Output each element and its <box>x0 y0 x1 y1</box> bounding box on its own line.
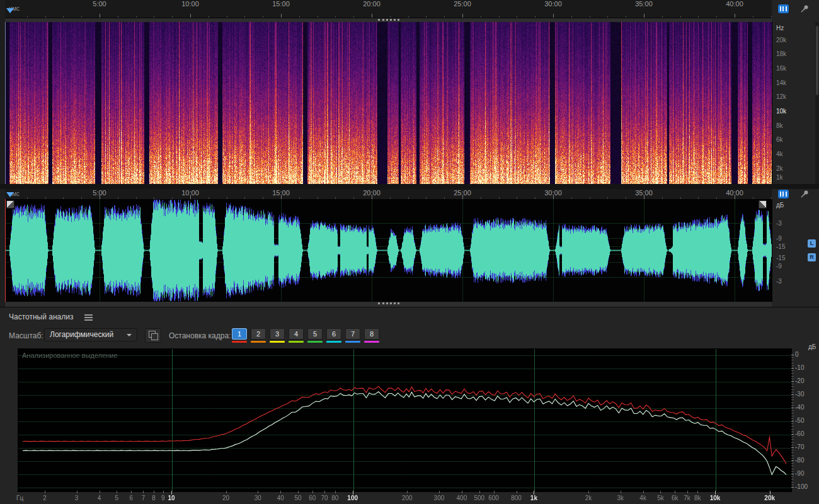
ruler-tick <box>753 16 753 18</box>
freq-scale-label: 6k <box>776 136 783 143</box>
ruler-tick <box>190 14 191 18</box>
spectral-timeline-ruler[interactable]: чмс 5:0010:0015:0020:0025:0030:0035:0040… <box>5 0 772 18</box>
freq-tick-label: 1k <box>530 495 537 501</box>
waveform-timeline-ruler[interactable]: чмс 5:0010:0015:0020:0025:0030:0035:0040… <box>5 189 772 200</box>
db-tick-label: -40 <box>795 404 804 411</box>
freq-scale-label: 1k <box>776 174 783 181</box>
freq-scale-label: 4k <box>776 151 783 158</box>
db-tick-label: -90 <box>795 470 804 477</box>
freq-tick <box>100 491 100 493</box>
frame-color-swatch <box>326 341 341 343</box>
snapshot-button[interactable] <box>145 328 161 343</box>
frame-hold-number: 4 <box>289 328 304 340</box>
fade-out-handle[interactable] <box>759 200 767 209</box>
pin-icon[interactable] <box>799 189 810 199</box>
ruler-tick <box>244 16 245 18</box>
frequency-scale-unit: Hz <box>776 25 784 32</box>
left-channel-button[interactable]: L <box>808 239 816 248</box>
analyzed-selection-label: Анализированное выделение <box>22 352 118 359</box>
db-axis-unit: дБ <box>808 343 816 350</box>
db-tick-label: -10 <box>795 364 804 371</box>
waveform-canvas[interactable] <box>5 199 772 302</box>
pin-icon[interactable] <box>799 4 810 14</box>
freq-scale-label: 2k <box>776 165 783 172</box>
freq-tick <box>131 491 132 493</box>
db-scale-label: -3 <box>776 220 782 227</box>
freq-tick <box>226 491 227 493</box>
panel-title: Частотный анализ <box>9 312 73 321</box>
freq-scale-label: 20k <box>776 37 786 43</box>
frame-color-swatch <box>270 341 285 343</box>
playhead-marker[interactable] <box>6 192 14 197</box>
time-tick-label: 10:00 <box>181 0 199 8</box>
freq-tick <box>621 491 621 493</box>
display-options-icon[interactable] <box>778 190 789 198</box>
scrollbar-thumb[interactable] <box>816 26 818 95</box>
time-tick-label: 40:00 <box>726 0 743 8</box>
db-tick-label: -70 <box>795 444 804 450</box>
freq-tick-label: 3 <box>75 495 79 501</box>
playhead-line <box>5 199 6 302</box>
ruler-tick <box>353 16 354 18</box>
freq-tick-label: 10k <box>710 495 721 501</box>
ruler-tick <box>154 16 154 18</box>
frame-hold-button[interactable]: 5 <box>307 328 323 343</box>
ruler-tick <box>263 16 263 18</box>
amplitude-scale: дБ L R -3-9-15-15-9-3 <box>772 199 819 302</box>
panel-menu-icon[interactable] <box>84 314 93 316</box>
ruler-tick <box>172 16 173 18</box>
ruler-tick <box>299 16 300 18</box>
frame-hold-number: 6 <box>326 328 341 340</box>
freq-tick-label: 2k <box>585 495 592 501</box>
freq-scale-label: 12k <box>776 93 786 100</box>
freq-scale-label: 14k <box>776 79 786 86</box>
frame-hold-number: 8 <box>364 328 379 340</box>
freq-tick-label: 80 <box>331 495 338 501</box>
freq-axis-unit: Гц <box>16 495 23 501</box>
freq-tick-label: 200 <box>402 495 413 501</box>
db-tick-label: -60 <box>795 430 804 437</box>
freq-tick <box>154 491 154 493</box>
playhead-marker[interactable] <box>6 8 14 13</box>
frame-hold-button[interactable]: 7 <box>345 328 360 343</box>
frame-color-swatch <box>307 341 323 343</box>
frame-hold-button[interactable]: 1 <box>232 328 247 343</box>
ruler-tick <box>553 14 554 18</box>
freq-scale-label: 8k <box>776 122 783 129</box>
ruler-tick <box>45 16 46 18</box>
freq-tick <box>697 491 698 493</box>
frame-hold-button[interactable]: 3 <box>270 328 285 343</box>
right-channel-button[interactable]: R <box>808 253 816 261</box>
fade-in-handle[interactable] <box>6 200 14 209</box>
frame-hold-button[interactable]: 6 <box>326 328 341 343</box>
db-scale-label: -15 <box>776 243 785 250</box>
freq-tick-label: 500 <box>474 495 484 501</box>
freq-scale-label: 10k <box>776 108 786 115</box>
frequency-analysis-panel: Частотный анализ Масштаб: Логарифмически… <box>0 307 819 504</box>
amplitude-scale-unit: дБ <box>776 202 784 209</box>
time-tick-label: 35:00 <box>635 0 653 8</box>
levels-glyph-icon <box>780 6 787 11</box>
spectrogram-display[interactable] <box>5 22 772 184</box>
scrollbar-handle-icon[interactable] <box>378 302 399 304</box>
waveform-display[interactable] <box>5 199 772 302</box>
frame-hold-button[interactable]: 2 <box>251 328 266 343</box>
db-tick-strip <box>791 355 794 488</box>
freq-tick-label: 9 <box>161 495 165 501</box>
freq-tick <box>117 491 117 493</box>
frame-color-swatch <box>232 341 247 343</box>
scale-select-value: Логарифмический <box>50 330 113 339</box>
freq-tick <box>517 491 517 493</box>
vertical-scrollbar[interactable] <box>815 22 819 184</box>
freq-scale-label: 16k <box>776 65 786 72</box>
waveform-zoom-scrollbar[interactable] <box>5 302 772 307</box>
frame-hold-button[interactable]: 4 <box>289 328 304 343</box>
ruler-tick <box>136 16 137 18</box>
freq-tick-label: 4 <box>98 495 101 501</box>
freq-tick-label: 60 <box>309 495 316 501</box>
scale-select[interactable]: Логарифмический <box>44 328 137 341</box>
display-options-icon[interactable] <box>778 4 789 13</box>
freq-tick-label: 3k <box>617 495 624 501</box>
frame-hold-button[interactable]: 8 <box>364 328 379 343</box>
scrollbar-handle-icon[interactable] <box>378 19 399 21</box>
